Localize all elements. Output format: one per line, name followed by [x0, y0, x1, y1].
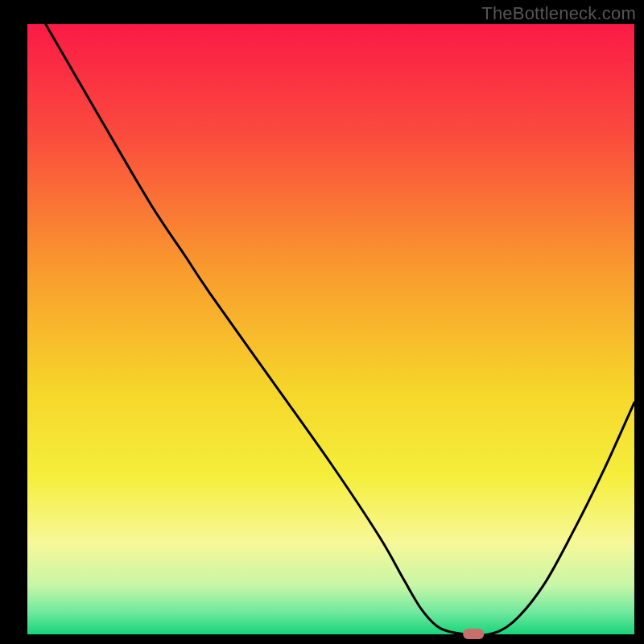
- chart-frame: TheBottleneck.com: [0, 0, 644, 644]
- optimal-point-marker: [463, 629, 484, 639]
- gradient-background: [27, 24, 634, 634]
- bottleneck-chart: [0, 0, 644, 644]
- watermark-label: TheBottleneck.com: [481, 3, 636, 24]
